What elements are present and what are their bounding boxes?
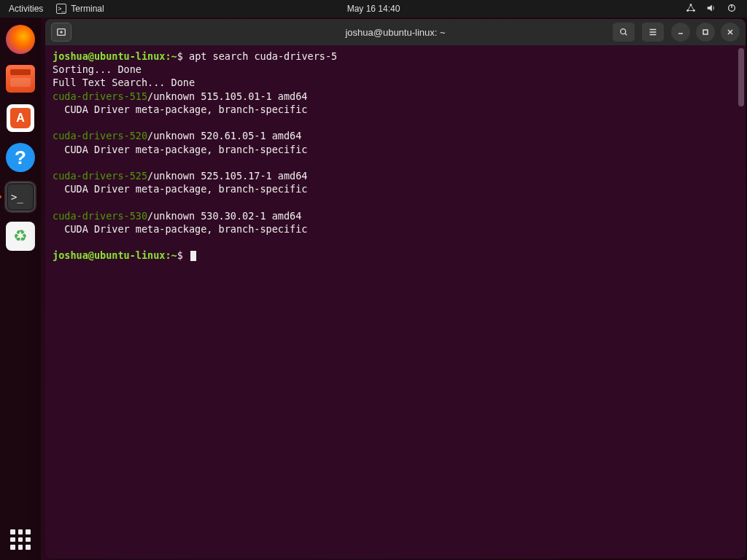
clock[interactable]: May 16 14:40 bbox=[347, 4, 400, 14]
svg-rect-6 bbox=[703, 30, 708, 34]
network-icon[interactable] bbox=[686, 3, 696, 15]
close-button[interactable] bbox=[721, 23, 740, 42]
workspace: joshua@ubuntu-linux: ~ bbox=[41, 18, 747, 560]
files-icon bbox=[6, 65, 35, 93]
window-title: joshua@ubuntu-linux: ~ bbox=[345, 27, 445, 38]
software-icon bbox=[7, 104, 34, 132]
activities-button[interactable]: Activities bbox=[9, 4, 43, 14]
new-tab-button[interactable] bbox=[51, 23, 71, 42]
firefox-icon bbox=[6, 25, 35, 54]
help-icon: ? bbox=[6, 143, 35, 172]
gnome-topbar: Activities >_ Terminal May 16 14:40 bbox=[0, 0, 747, 18]
cursor-block bbox=[190, 251, 196, 261]
volume-icon[interactable] bbox=[706, 3, 716, 15]
dock: ? >_ ♻ bbox=[0, 18, 41, 560]
app-menu-label: Terminal bbox=[71, 4, 104, 14]
terminal-icon: >_ bbox=[6, 182, 35, 211]
svg-point-5 bbox=[621, 29, 626, 34]
minimize-button[interactable] bbox=[671, 23, 690, 42]
maximize-button[interactable] bbox=[696, 23, 715, 42]
dock-app-trash[interactable]: ♻ bbox=[4, 220, 36, 252]
dock-app-help[interactable]: ? bbox=[4, 141, 36, 174]
titlebar: joshua@ubuntu-linux: ~ bbox=[45, 19, 746, 45]
hamburger-menu-button[interactable] bbox=[642, 23, 664, 42]
dock-app-firefox[interactable] bbox=[4, 23, 36, 55]
show-applications-button[interactable] bbox=[10, 529, 31, 550]
scrollbar-thumb[interactable] bbox=[738, 48, 744, 106]
terminal-output[interactable]: joshua@ubuntu-linux:~$ apt search cuda-d… bbox=[45, 45, 746, 559]
terminal-window: joshua@ubuntu-linux: ~ bbox=[45, 19, 746, 559]
power-icon[interactable] bbox=[727, 3, 737, 15]
terminal-indicator-icon: >_ bbox=[56, 4, 66, 14]
dock-app-terminal[interactable]: >_ bbox=[4, 181, 36, 213]
app-menu[interactable]: >_ Terminal bbox=[56, 4, 104, 14]
trash-icon: ♻ bbox=[6, 222, 35, 251]
dock-app-software[interactable] bbox=[4, 102, 36, 134]
dock-app-files[interactable] bbox=[4, 63, 36, 95]
search-button[interactable] bbox=[613, 23, 635, 42]
